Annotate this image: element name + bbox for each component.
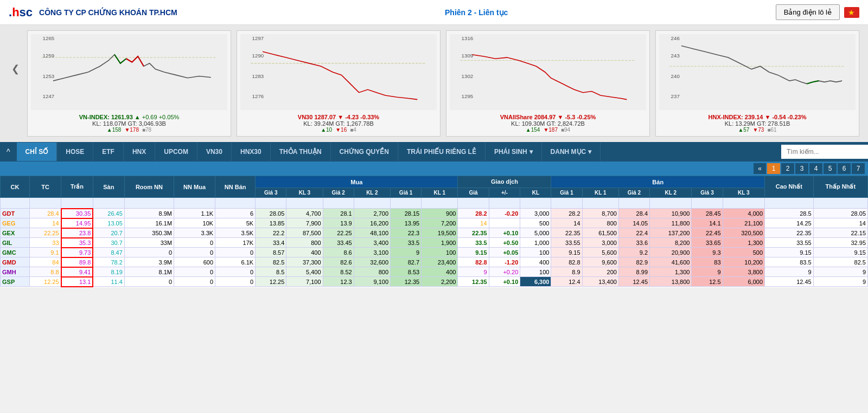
prev-chart-arrow[interactable]: ❮ (9, 63, 22, 75)
cell-nn-ban: 5K (215, 218, 256, 228)
cell-ck[interactable]: GEX (1, 228, 30, 238)
stock-table: CK TC Trần Sàn Room NN NN Mua NN Bán Mua… (0, 176, 868, 287)
svg-rect-6 (251, 34, 426, 110)
cell-change: +0.10 (489, 277, 520, 287)
tab-chung-quyen[interactable]: CHỨNG QUYỀN (331, 143, 398, 161)
company-name: CÔNG TY CP CHỨNG KHOÁN TP.HCM (39, 8, 177, 17)
page-4-button[interactable]: 4 (809, 163, 822, 174)
cell-change: -0.20 (489, 209, 520, 218)
svg-text:1259: 1259 (43, 53, 55, 59)
cell-ban-g3: 83 (692, 257, 723, 267)
svg-text:1276: 1276 (252, 93, 264, 99)
cell-nn-mua: 600 (174, 257, 215, 267)
vn-index-info: VN-INDEX: 1261.93 ▲ +0.69 +0.05% KL: 118… (31, 114, 227, 133)
tab-phai-sinh[interactable]: PHÁI SINH ▾ (486, 143, 542, 161)
cell-ban-kl1: 3,000 (582, 238, 618, 248)
cell-kl: 500 (520, 218, 551, 228)
cell-mua-kl1: 2,200 (422, 277, 458, 287)
cell-ban-g2: 8.99 (618, 267, 649, 277)
col-ban-g1: Giá 1 (551, 188, 582, 198)
svg-text:243: 243 (671, 53, 680, 59)
cell-mua-kl1: 400 (422, 267, 458, 277)
cell-thap: 14 (813, 218, 867, 228)
page-7-button[interactable]: 7 (852, 163, 865, 174)
tab-chi-so[interactable]: CHỈ SỐ (17, 143, 58, 161)
cell-ban-g1: 8.9 (551, 267, 582, 277)
table-row: GMH 8.8 9.41 8.19 8.1M 0 0 8.5 5,400 8.5… (1, 267, 868, 277)
svg-text:1297: 1297 (252, 35, 264, 41)
cell-room-nn: 0 (124, 248, 174, 257)
tab-danh-muc[interactable]: DANH MỤC ▾ (542, 143, 601, 161)
col-gia: Giá (458, 188, 489, 198)
cell-mua-g1: 22.3 (391, 228, 422, 238)
page-1-button[interactable]: 1 (767, 163, 780, 174)
cell-room-nn: 8.9M (124, 209, 174, 218)
cell-change (489, 218, 520, 228)
page-2-button[interactable]: 2 (781, 163, 794, 174)
col-mua-g3: Giá 3 (256, 188, 286, 198)
cell-mua-kl3: 7,100 (286, 277, 323, 287)
cell-tc: 8.8 (30, 267, 61, 277)
cell-ck[interactable]: GEG (1, 218, 30, 228)
tab-upcom[interactable]: UPCOM (155, 143, 197, 161)
tab-vn30[interactable]: VN30 (197, 143, 232, 161)
cell-mua-g2: 12.3 (323, 277, 354, 287)
vn30-info: VN30 1287.07 ▼ -4.23 -0.33% KL: 39.24M G… (240, 114, 437, 133)
col-ban-kl1: KL 1 (582, 188, 618, 198)
cell-cao: 28.5 (765, 209, 814, 218)
cell-room-nn: 33M (124, 238, 174, 248)
col-ck: CK (1, 176, 30, 198)
cell-gia: 82.8 (458, 257, 489, 267)
cell-ban-g1: 9.15 (551, 248, 582, 257)
cell-san: 30.7 (93, 238, 124, 248)
page-prev-button[interactable]: « (754, 163, 766, 174)
cell-ban-g1: 14 (551, 218, 582, 228)
tab-hnx[interactable]: HNX (124, 143, 155, 161)
cell-cao: 14.25 (765, 218, 814, 228)
nav-tabs: ^ CHỈ SỐ HOSE ETF HNX UPCOM VN30 HNX30 T… (0, 142, 868, 162)
tab-etf[interactable]: ETF (93, 143, 124, 161)
cell-change: +0.20 (489, 267, 520, 277)
cell-ck[interactable]: GMC (1, 248, 30, 257)
nav-collapse-button[interactable]: ^ (0, 142, 17, 162)
cell-cao: 9 (765, 267, 814, 277)
cell-ban-g1: 28.2 (551, 209, 582, 218)
search-input[interactable] (781, 145, 868, 159)
cell-mua-g1: 13.95 (391, 218, 422, 228)
cell-mua-g3: 28.05 (256, 209, 286, 218)
tab-hnx30[interactable]: HNX30 (232, 143, 271, 161)
cell-nn-mua: 1.1K (174, 209, 215, 218)
cell-ck[interactable]: GDT (1, 209, 30, 218)
cell-san: 78.2 (93, 257, 124, 267)
page-6-button[interactable]: 6 (838, 163, 851, 174)
cell-mua-kl1: 1,900 (422, 238, 458, 248)
cell-ck[interactable]: GSP (1, 277, 30, 287)
table-row: GIL 33 35.3 30.7 33M 0 17K 33.4 800 33.4… (1, 238, 868, 248)
bang-dien-button[interactable]: Bảng điện lô lẻ (776, 4, 840, 20)
cell-ban-kl3: 3,800 (723, 267, 764, 277)
col-tran: Trần (61, 176, 93, 198)
cell-ck[interactable]: GIL (1, 238, 30, 248)
cell-ban-kl2: 41,600 (650, 257, 692, 267)
cell-ck[interactable]: GMD (1, 257, 30, 267)
tab-hose[interactable]: HOSE (57, 143, 93, 161)
tab-thoa-thuan[interactable]: THỎA THUẬN (271, 143, 331, 161)
cell-ban-g2: 12.45 (618, 277, 649, 287)
tab-trai-phieu[interactable]: TRÁI PHIẾU RIÊNG LẺ (398, 143, 486, 161)
col-kl: KL (520, 188, 551, 198)
cell-mua-g2: 33.45 (323, 238, 354, 248)
cell-mua-g3: 12.25 (256, 277, 286, 287)
cell-ck[interactable]: GMH (1, 267, 30, 277)
page-5-button[interactable]: 5 (824, 163, 837, 174)
cell-ban-g2: 14.05 (618, 218, 649, 228)
cell-mua-kl2: 9,100 (354, 277, 390, 287)
page-3-button[interactable]: 3 (795, 163, 808, 174)
cell-mua-g2: 13.9 (323, 218, 354, 228)
cell-ban-g1: 22.35 (551, 228, 582, 238)
cell-ban-kl1: 5,600 (582, 248, 618, 257)
table-row: GEX 22.25 23.8 20.7 350.3M 3.3K 3.5K 22.… (1, 228, 868, 238)
cell-tran: 9.73 (61, 248, 93, 257)
cell-cao: 22.35 (765, 228, 814, 238)
cell-ban-g1: 33.55 (551, 238, 582, 248)
cell-mua-kl1: 100 (422, 248, 458, 257)
